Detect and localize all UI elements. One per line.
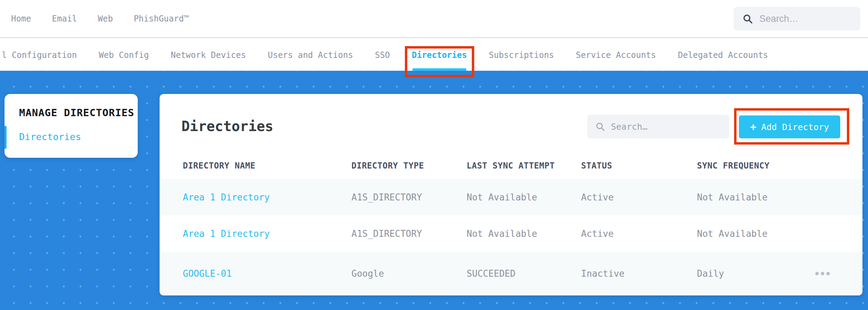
plus-icon: + (750, 122, 756, 132)
nav-item-email[interactable]: Email (52, 14, 77, 24)
last-sync-attempt-cell: SUCCEEDED (467, 268, 581, 279)
column-header-directory-type: DIRECTORY TYPE (351, 161, 467, 171)
tab-sso[interactable]: SSO (375, 39, 390, 71)
page-title: Directories (181, 118, 273, 134)
settings-tab-bar: l Configuration Web Config Network Devic… (0, 39, 868, 71)
sidebar-item-directories[interactable]: Directories (19, 131, 81, 142)
column-header-sync-frequency: SYNC FREQUENCY (697, 161, 812, 171)
nav-item-web[interactable]: Web (98, 14, 113, 24)
last-sync-attempt-cell: Not Available (467, 229, 581, 239)
global-search-input[interactable] (759, 14, 852, 24)
directory-type-cell: A1S_DIRECTORY (351, 229, 467, 239)
primary-nav: Home Email Web PhishGuard™ (0, 14, 189, 24)
directories-card: Directories + Add Directory DIRECTORY NA… (160, 94, 862, 295)
add-directory-button-label: Add Directory (761, 122, 829, 132)
manage-directories-panel: MANAGE DIRECTORIES Directories (5, 94, 138, 158)
directory-type-cell: Google (351, 268, 467, 279)
directory-type-cell: A1S_DIRECTORY (351, 192, 467, 203)
search-icon (595, 121, 605, 132)
column-header-directory-name: DIRECTORY NAME (183, 161, 351, 171)
card-header: Directories + Add Directory (160, 94, 862, 153)
status-cell: Active (581, 229, 697, 239)
tab-directories[interactable]: Directories (412, 39, 467, 71)
directory-name-link[interactable]: GOOGLE-01 (183, 268, 351, 279)
tab-delegated-accounts[interactable]: Delegated Accounts (678, 39, 768, 71)
nav-item-phishguard[interactable]: PhishGuard™ (134, 14, 189, 24)
content-canvas: MANAGE DIRECTORIES Directories Directori… (0, 71, 868, 310)
table-body: Area 1 Directory A1S_DIRECTORY Not Avail… (160, 179, 862, 295)
directories-search[interactable] (587, 115, 729, 138)
status-cell: Active (581, 192, 697, 203)
directories-search-input[interactable] (611, 122, 722, 132)
directory-name-link[interactable]: Area 1 Directory (183, 192, 351, 203)
global-search[interactable] (734, 7, 860, 31)
sync-frequency-cell: Not Available (697, 229, 812, 239)
sync-frequency-cell: Daily (697, 268, 812, 279)
active-tab-underline (412, 68, 466, 71)
tab-directories-label: Directories (412, 50, 467, 60)
row-actions-ellipsis-icon[interactable] (812, 272, 840, 275)
table-header-row: DIRECTORY NAME DIRECTORY TYPE LAST SYNC … (160, 153, 862, 179)
tab-email-configuration[interactable]: l Configuration (2, 39, 77, 71)
nav-item-home[interactable]: Home (11, 14, 31, 24)
status-cell: Inactive (581, 268, 697, 279)
directory-name-link[interactable]: Area 1 Directory (183, 229, 351, 239)
table-row: Area 1 Directory A1S_DIRECTORY Not Avail… (160, 179, 862, 215)
last-sync-attempt-cell: Not Available (467, 192, 581, 203)
tab-web-config[interactable]: Web Config (99, 39, 149, 71)
sidebar-title: MANAGE DIRECTORIES (19, 107, 134, 119)
tab-subscriptions[interactable]: Subscriptions (489, 39, 554, 71)
search-icon (742, 13, 753, 24)
column-header-status: STATUS (581, 161, 697, 171)
tab-service-accounts[interactable]: Service Accounts (576, 39, 656, 71)
tab-users-and-actions[interactable]: Users and Actions (268, 39, 353, 71)
top-bar: Home Email Web PhishGuard™ (0, 0, 868, 38)
table-row: Area 1 Directory A1S_DIRECTORY Not Avail… (160, 215, 862, 252)
table-row: GOOGLE-01 Google SUCCEEDED Inactive Dail… (160, 252, 862, 295)
add-directory-button[interactable]: + Add Directory (739, 115, 840, 138)
sidebar-active-indicator (5, 126, 7, 149)
sync-frequency-cell: Not Available (697, 192, 812, 203)
column-header-last-sync-attempt: LAST SYNC ATTEMPT (467, 161, 581, 171)
tab-network-devices[interactable]: Network Devices (171, 39, 246, 71)
